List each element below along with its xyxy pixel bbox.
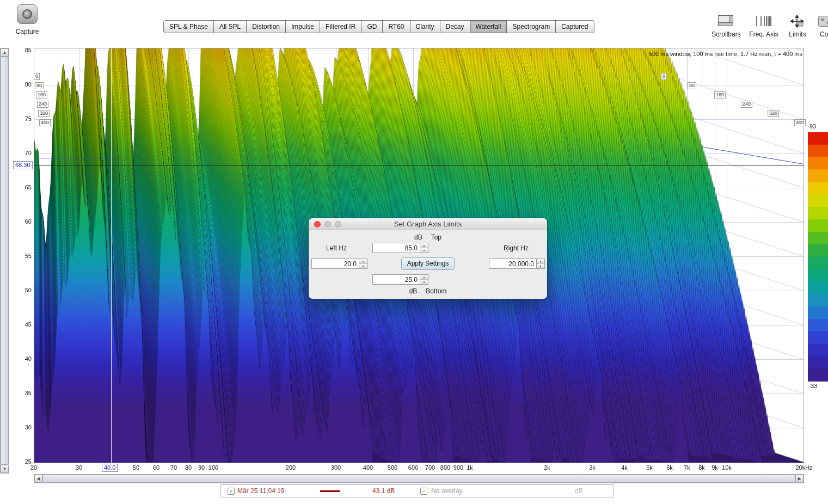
top-db-spinner: 85.0 ▲▼ — [372, 243, 428, 253]
tab-rt60[interactable]: RT60 — [382, 20, 410, 33]
set-graph-axis-limits-dialog: Set Graph Axis Limits dBTop Left Hz Righ… — [309, 218, 547, 299]
left-hz-field[interactable]: 20.0 — [311, 259, 359, 269]
tab-bar: SPL & PhaseAll SPLDistortionImpulseFilte… — [163, 20, 594, 33]
tool-limits[interactable]: Limits — [785, 14, 810, 38]
left-hz-decrement[interactable]: ▼ — [359, 264, 367, 268]
capture-icon — [17, 4, 38, 24]
scroll-up-button[interactable]: ▲ — [1, 48, 9, 57]
bottom-db-increment[interactable]: ▲ — [420, 275, 428, 280]
bottom-db-decrement[interactable]: ▼ — [420, 280, 428, 284]
dialog-title-bar: Set Graph Axis Limits — [309, 218, 547, 230]
right-hz-decrement[interactable]: ▼ — [537, 264, 544, 268]
tool-controls[interactable]: Con — [813, 14, 828, 38]
tab-clarity[interactable]: Clarity — [410, 20, 440, 33]
controls-icon — [813, 14, 828, 28]
horizontal-scroll-thumb[interactable] — [42, 475, 795, 483]
rew-window: { "toolbar": { "capture_label": "Capture… — [0, 0, 828, 504]
tab-all-spl[interactable]: All SPL — [213, 20, 247, 33]
tab-spl-phase[interactable]: SPL & Phase — [163, 20, 214, 33]
top-db-decrement[interactable]: ▼ — [420, 248, 428, 253]
dialog-title: Set Graph Axis Limits — [394, 220, 462, 228]
right-hz-label: Right Hz — [504, 244, 529, 252]
scrollbars-icon — [709, 14, 743, 28]
close-window-button[interactable] — [314, 221, 321, 228]
no-overlay-checkbox[interactable]: ✓ — [420, 488, 427, 495]
capture-button[interactable]: Capture — [13, 4, 41, 35]
zoom-window-button[interactable] — [335, 221, 341, 228]
tab-decay[interactable]: Decay — [440, 20, 470, 33]
left-hz-increment[interactable]: ▲ — [359, 259, 367, 264]
freq-axis-icon — [747, 14, 781, 28]
tab-filtered-ir[interactable]: Filtered IR — [320, 20, 361, 33]
minimize-window-button[interactable] — [324, 221, 331, 228]
no-overlay-label: No overlay — [431, 487, 462, 495]
apply-settings-button[interactable]: Apply Settings — [401, 257, 455, 270]
vertical-scrollbar[interactable]: ▲ ▼ — [0, 48, 9, 474]
tab-distortion[interactable]: Distortion — [246, 20, 286, 33]
left-hz-label: Left Hz — [326, 244, 347, 252]
tab-gd[interactable]: GD — [361, 20, 383, 33]
top-db-increment[interactable]: ▲ — [420, 243, 428, 248]
bottom-db-spinner: 25.0 ▲▼ — [372, 274, 428, 285]
right-hz-field[interactable]: 20,000.0 — [489, 259, 537, 269]
tool-scrollbars[interactable]: Scrollbars — [709, 14, 743, 38]
right-hz-increment[interactable]: ▲ — [537, 259, 544, 264]
horizontal-scrollbar[interactable]: ◀ ▶ — [34, 474, 804, 483]
top-db-field[interactable]: 85.0 — [372, 243, 420, 253]
measurement-status-bar: ✓ Mär 25 11:04:19 43.1 dB ✓ No overlay d… — [220, 484, 614, 497]
scroll-right-button[interactable]: ▶ — [795, 475, 804, 483]
top-toolbar: Capture SPL & PhaseAll SPLDistortionImpu… — [0, 0, 828, 47]
tab-captured[interactable]: Captured — [555, 20, 594, 33]
trace-color-swatch — [320, 490, 340, 492]
tab-waterfall[interactable]: Waterfall — [470, 20, 507, 33]
right-hz-spinner: 20,000.0 ▲▼ — [489, 259, 545, 269]
bottom-db-field[interactable]: 25.0 — [372, 274, 420, 285]
tab-impulse[interactable]: Impulse — [285, 20, 320, 33]
scroll-down-button[interactable]: ▼ — [1, 465, 9, 473]
vertical-scroll-thumb[interactable] — [1, 57, 9, 465]
measurement-checkbox[interactable]: ✓ — [228, 488, 235, 495]
capture-label: Capture — [13, 28, 41, 35]
cursor-level-value: 43.1 dB — [372, 487, 395, 495]
limits-icon — [785, 14, 810, 28]
left-hz-spinner: 20.0 ▲▼ — [311, 259, 367, 269]
measurement-name: Mär 25 11:04:19 — [237, 487, 285, 495]
scroll-left-button[interactable]: ◀ — [34, 475, 42, 483]
tool-freq-axis[interactable]: Freq. Axis — [747, 14, 781, 38]
unit-label: dB — [575, 487, 583, 495]
db-bottom-caption: dBBottom — [309, 287, 547, 295]
tab-spectrogram[interactable]: Spectrogram — [506, 20, 556, 33]
db-top-caption: dBTop — [309, 233, 547, 241]
